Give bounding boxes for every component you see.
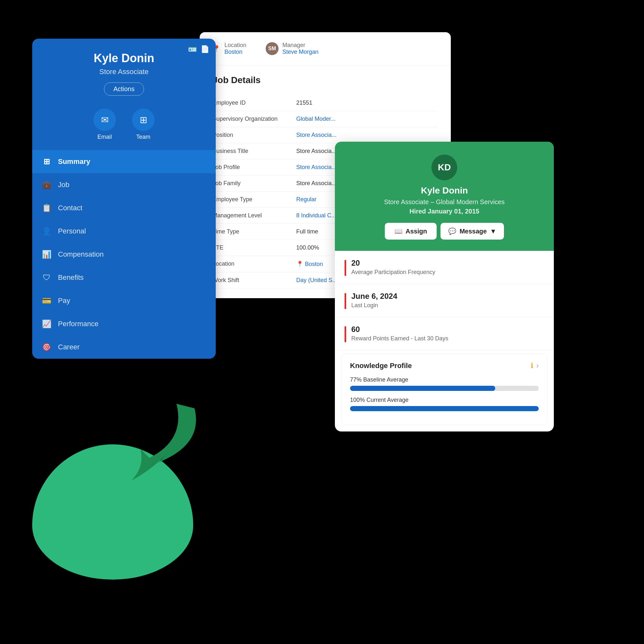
row-value: Store Associa... xyxy=(296,148,336,155)
profile-card-header: KD Kyle Donin Store Associate – Global M… xyxy=(335,142,554,251)
team-label: Team xyxy=(136,134,150,140)
manager-info: Manager Steve Morgan xyxy=(282,42,318,55)
quick-actions-row: ✉ Email ⊞ Team xyxy=(32,102,216,150)
row-label: Supervisory Organization xyxy=(213,116,296,122)
knowledge-profile-panel: Knowledge Profile ℹ › 77% Baseline Avera… xyxy=(341,354,547,425)
row-label: Employee Type xyxy=(213,196,296,203)
team-icon-circle: ⊞ xyxy=(132,109,155,131)
row-value[interactable]: Regular xyxy=(296,196,317,203)
profile-name: Kyle Donin xyxy=(345,185,544,196)
nav-career-label: Career xyxy=(58,343,80,351)
stat-content: 60 Reward Points Earned - Last 30 Days xyxy=(351,325,544,342)
nav-personal[interactable]: 👤 Personal xyxy=(32,220,216,243)
current-label: 100% Current Average xyxy=(350,397,539,403)
contact-icon: 📋 xyxy=(42,204,52,213)
table-row: Position Store Associa... xyxy=(213,127,438,143)
row-value[interactable]: 📍 Boston xyxy=(296,260,323,268)
row-value[interactable]: 8 Individual C... xyxy=(296,212,336,219)
stat-row-rewards: 60 Reward Points Earned - Last 30 Days xyxy=(335,317,554,350)
nav-contact[interactable]: 📋 Contact xyxy=(32,196,216,220)
row-value: 21551 xyxy=(296,99,312,106)
manager-avatar: SM xyxy=(266,42,279,55)
personal-icon: 👤 xyxy=(42,227,52,236)
performance-icon: 📈 xyxy=(42,319,52,328)
email-icon-circle: ✉ xyxy=(93,109,116,131)
row-label: Employee ID xyxy=(213,99,296,106)
message-icon: 💬 xyxy=(448,227,456,235)
assign-button[interactable]: 📖 Assign xyxy=(385,223,437,240)
row-label: Position xyxy=(213,132,296,138)
nav-summary-label: Summary xyxy=(58,157,90,166)
row-value[interactable]: Day (United S... xyxy=(296,277,337,284)
baseline-progress-fill xyxy=(350,386,495,391)
knowledge-stat-current: 100% Current Average xyxy=(350,397,539,411)
card-icon[interactable]: 🪪 xyxy=(188,45,197,53)
nav-pay-label: Pay xyxy=(58,297,70,305)
profile-hired: Hired January 01, 2015 xyxy=(345,208,544,215)
green-arrow-decoration xyxy=(122,399,213,489)
team-action[interactable]: ⊞ Team xyxy=(132,109,155,140)
manager-item: SM Manager Steve Morgan xyxy=(266,42,318,55)
location-value[interactable]: Boston xyxy=(224,49,246,55)
knowledge-header-icons: ℹ › xyxy=(531,362,539,370)
stat-border-indicator xyxy=(345,326,346,342)
current-progress-fill xyxy=(350,406,539,411)
pdf-icon[interactable]: 📄 xyxy=(201,45,209,53)
nav-pay[interactable]: 💳 Pay xyxy=(32,289,216,312)
stat-row-participation: 20 Average Participation Frequency xyxy=(335,251,554,284)
location-label: Location xyxy=(224,42,246,49)
knowledge-header: Knowledge Profile ℹ › xyxy=(350,362,539,370)
knowledge-title: Knowledge Profile xyxy=(350,362,412,370)
job-icon: 💼 xyxy=(42,180,52,189)
chevron-right-icon[interactable]: › xyxy=(536,362,539,370)
stat-border-indicator xyxy=(345,260,346,276)
baseline-label: 77% Baseline Average xyxy=(350,376,539,383)
row-label: Work Shift xyxy=(213,277,296,284)
nav-personal-label: Personal xyxy=(58,227,86,235)
book-icon: 📖 xyxy=(394,227,403,235)
location-header: 📍 Location Boston SM Manager Steve Morga… xyxy=(200,32,451,65)
nav-career[interactable]: 🎯 Career xyxy=(32,336,216,359)
nav-compensation-label: Compensation xyxy=(58,250,104,259)
row-label: Business Title xyxy=(213,148,296,155)
nav-summary[interactable]: ⊞ Summary xyxy=(32,150,216,173)
stat-label: Last Login xyxy=(351,302,544,309)
summary-icon: ⊞ xyxy=(42,157,52,166)
row-label: Job Profile xyxy=(213,164,296,171)
employee-title: Store Associate xyxy=(42,68,206,76)
employee-name: Kyle Donin xyxy=(42,52,206,65)
pay-icon: 💳 xyxy=(42,296,52,305)
manager-value[interactable]: Steve Morgan xyxy=(282,49,318,55)
profile-card: KD Kyle Donin Store Associate – Global M… xyxy=(335,142,554,431)
nav-benefits[interactable]: 🛡 Benefits xyxy=(32,266,216,289)
stat-number: 20 xyxy=(351,259,544,268)
message-label: Message xyxy=(459,228,487,235)
stat-number: June 6, 2024 xyxy=(351,292,544,301)
row-label: Location xyxy=(213,260,296,268)
sidebar-nav: ⊞ Summary 💼 Job 📋 Contact 👤 Personal 📊 C… xyxy=(32,150,216,359)
benefits-icon: 🛡 xyxy=(42,273,52,282)
info-icon[interactable]: ℹ xyxy=(531,362,533,370)
knowledge-stat-baseline: 77% Baseline Average xyxy=(350,376,539,391)
row-value[interactable]: Store Associa... xyxy=(296,132,336,138)
message-dropdown-icon: ▼ xyxy=(490,228,497,235)
stat-number: 60 xyxy=(351,325,544,334)
row-value: Store Associa... xyxy=(296,180,336,187)
row-value[interactable]: Store Associa... xyxy=(296,164,336,171)
nav-job[interactable]: 💼 Job xyxy=(32,173,216,196)
profile-card-body: 20 Average Participation Frequency June … xyxy=(335,251,554,425)
stat-label: Average Participation Frequency xyxy=(351,269,544,276)
stat-content: 20 Average Participation Frequency xyxy=(351,259,544,276)
actions-button[interactable]: Actions xyxy=(104,82,144,96)
nav-compensation[interactable]: 📊 Compensation xyxy=(32,243,216,266)
sidebar-top-icons: 🪪 📄 xyxy=(188,45,209,53)
row-label: FTE xyxy=(213,244,296,251)
nav-performance-label: Performance xyxy=(58,320,99,328)
nav-performance[interactable]: 📈 Performance xyxy=(32,312,216,336)
manager-label: Manager xyxy=(282,42,318,49)
email-label: Email xyxy=(97,134,112,140)
message-button[interactable]: 💬 Message ▼ xyxy=(440,223,504,240)
email-action[interactable]: ✉ Email xyxy=(93,109,116,140)
row-value[interactable]: Global Moder... xyxy=(296,116,336,122)
sidebar-header: 🪪 📄 Kyle Donin Store Associate Actions xyxy=(32,39,216,102)
